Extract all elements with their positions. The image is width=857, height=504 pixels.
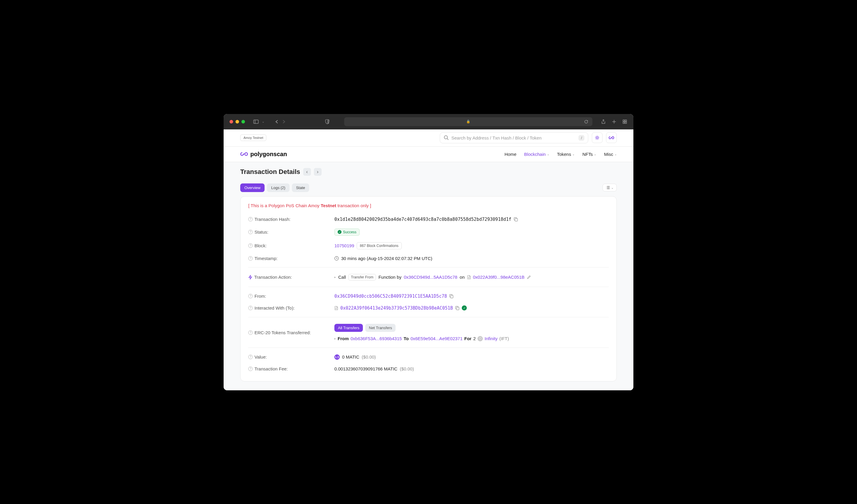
tab-all-transfers[interactable]: All Transfers: [334, 324, 363, 332]
network-badge[interactable]: Amoy Testnet: [240, 135, 266, 141]
nav-nfts[interactable]: NFTs⌄: [582, 152, 596, 157]
svg-point-9: [596, 137, 598, 139]
transfer-tabs: All Transfers Net Transfers: [334, 324, 396, 332]
tab-overview[interactable]: Overview: [240, 184, 265, 192]
action-contract-link[interactable]: 0x022A39f0...98eAC051B: [473, 275, 524, 280]
close-window[interactable]: [230, 120, 233, 123]
caret-icon: ▸: [334, 275, 336, 279]
share-icon[interactable]: [601, 119, 606, 124]
nav-back-icon[interactable]: [274, 119, 280, 124]
from-address-link[interactable]: 0x36CD949d0ccb506C52cB40972391C1E5AA1D5c…: [334, 294, 447, 299]
page-header: Transaction Details ‹ › Overview Logs (2…: [224, 162, 633, 196]
lock-icon: 🔒: [466, 120, 470, 123]
row-hash: ?Transaction Hash: 0x1d1e28d80420029d35b…: [248, 213, 609, 225]
brand-logo[interactable]: polygonscan: [240, 151, 287, 158]
search-input[interactable]: [451, 135, 576, 140]
pencil-icon[interactable]: [527, 275, 531, 279]
nav-blockchain[interactable]: Blockchain⌄: [524, 152, 549, 157]
nav-home[interactable]: Home: [505, 152, 516, 157]
svg-rect-4: [625, 120, 626, 121]
view-options-button[interactable]: ⌄: [603, 184, 617, 191]
help-icon[interactable]: ?: [248, 306, 253, 310]
chevron-down-icon: ⌄: [615, 153, 617, 156]
chevron-down-icon: ⌄: [572, 153, 575, 156]
transfer-from-link[interactable]: 0xb636F53A...6936b4315: [351, 336, 402, 341]
help-icon[interactable]: ?: [248, 230, 253, 234]
row-timestamp: ?Timestamp: 30 mins ago (Aug-15-2024 02:…: [248, 253, 609, 264]
confirmations-badge: 867 Block Confirmations: [357, 242, 402, 249]
address-bar[interactable]: 🔒: [344, 117, 592, 126]
page-title: Transaction Details: [240, 168, 300, 176]
file-icon: [467, 275, 471, 279]
row-fee: ?Transaction Fee: 0.001323607039091766 M…: [248, 363, 609, 375]
chain-switch[interactable]: [606, 133, 617, 143]
file-icon: [334, 306, 338, 310]
reload-icon[interactable]: [584, 119, 589, 124]
transfer-to-link[interactable]: 0x6E59e504...Ae9E02371: [410, 336, 463, 341]
tab-logs[interactable]: Logs (2): [267, 184, 289, 192]
top-strip: Amoy Testnet /: [224, 129, 633, 146]
nav-forward-icon[interactable]: [281, 119, 287, 124]
tab-state[interactable]: State: [292, 184, 309, 192]
search-bar[interactable]: /: [440, 133, 588, 143]
help-icon[interactable]: ?: [248, 355, 253, 359]
help-icon[interactable]: ?: [248, 367, 253, 371]
copy-icon[interactable]: [455, 306, 459, 310]
matic-icon: [334, 354, 340, 360]
help-icon[interactable]: ?: [248, 217, 253, 222]
row-status: ?Status: ✓Success: [248, 225, 609, 239]
next-tx-button[interactable]: ›: [314, 168, 322, 176]
copy-icon[interactable]: [449, 294, 453, 298]
main-nav: polygonscan Home Blockchain⌄ Tokens⌄ NFT…: [224, 146, 633, 162]
kbd-hint: /: [578, 135, 584, 141]
new-tab-icon[interactable]: [611, 119, 617, 124]
nav-misc[interactable]: Misc⌄: [604, 152, 617, 157]
svg-point-7: [444, 136, 448, 139]
svg-rect-3: [623, 120, 624, 121]
window-controls: [230, 120, 245, 123]
help-icon[interactable]: ?: [248, 256, 253, 261]
svg-rect-2: [327, 120, 329, 124]
help-icon[interactable]: ?: [248, 243, 253, 248]
nav-tokens[interactable]: Tokens⌄: [557, 152, 575, 157]
function-pill: Transfer From: [348, 274, 376, 280]
theme-toggle[interactable]: [592, 133, 603, 143]
help-icon[interactable]: ?: [248, 294, 253, 298]
svg-rect-10: [515, 219, 518, 221]
action-from-link[interactable]: 0x36CD949d...5AA1D5c78: [404, 275, 457, 280]
block-link[interactable]: 10750199: [334, 243, 354, 248]
testnet-warning: [ This is a Polygon PoS Chain Amoy Testn…: [248, 203, 609, 208]
chevron-down-icon: ⌄: [611, 186, 614, 189]
minimize-window[interactable]: [235, 120, 239, 123]
svg-rect-5: [623, 122, 624, 123]
row-from: ?From: 0x36CD949d0ccb506C52cB40972391C1E…: [248, 287, 609, 302]
row-value: ?Value: 0 MATIC ($0.00): [248, 348, 609, 363]
row-to: ?Interacted With (To): 0x022A39f06413e24…: [248, 302, 609, 314]
help-icon[interactable]: ?: [248, 330, 253, 335]
svg-rect-6: [625, 122, 626, 123]
to-address-link[interactable]: 0x022A39f06413e249b3739c573BDb28b98eAC05…: [340, 306, 453, 311]
tx-card: [ This is a Polygon PoS Chain Amoy Testn…: [240, 196, 617, 381]
row-block: ?Block: 10750199 867 Block Confirmations: [248, 239, 609, 253]
titlebar: ⌄ 🔒: [224, 114, 633, 129]
maximize-window[interactable]: [241, 120, 245, 123]
brand-text: polygonscan: [250, 151, 287, 158]
search-icon: [444, 135, 449, 140]
copy-icon[interactable]: [514, 217, 518, 222]
browser-window: ⌄ 🔒 Amoy Testnet / polygonscan: [224, 114, 633, 390]
chevron-down-icon: ⌄: [594, 153, 596, 156]
sidebar-icon[interactable]: [253, 119, 259, 124]
tabs-grid-icon[interactable]: [622, 119, 627, 124]
nav-links: Home Blockchain⌄ Tokens⌄ NFTs⌄ Misc⌄: [505, 152, 617, 157]
check-icon: ✓: [338, 230, 341, 234]
chevron-down-icon[interactable]: ⌄: [261, 119, 266, 124]
svg-line-8: [447, 139, 449, 140]
shield-icon[interactable]: [324, 119, 330, 124]
verified-icon: ✓: [462, 306, 467, 311]
token-link[interactable]: Infinity: [485, 336, 498, 341]
tab-net-transfers[interactable]: Net Transfers: [365, 324, 396, 332]
caret-icon: ▸: [334, 337, 336, 340]
chevron-down-icon: ⌄: [547, 153, 549, 156]
list-icon: [606, 186, 610, 189]
prev-tx-button[interactable]: ‹: [303, 168, 311, 176]
